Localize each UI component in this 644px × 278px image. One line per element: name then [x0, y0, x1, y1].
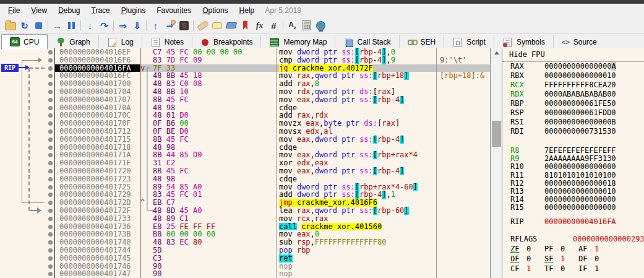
- trace-into-button[interactable]: ⇓: [130, 19, 144, 32]
- breakpoint-dot[interactable]: [48, 66, 53, 71]
- disasm-row[interactable]: 000000000040173BB8 00 00 00 00mov eax,0: [0, 230, 491, 238]
- menu-file[interactable]: File: [2, 5, 25, 16]
- tab-script[interactable]: Script: [444, 35, 494, 49]
- tab-source[interactable]: <>Source: [553, 35, 605, 49]
- breakpoint-dot[interactable]: [48, 98, 53, 102]
- flag-if[interactable]: IF1: [578, 264, 612, 274]
- register-row-r10[interactable]: R100000000000000000: [502, 163, 644, 171]
- flag-of[interactable]: OF0: [510, 254, 544, 264]
- menu-plugins[interactable]: Plugins: [116, 5, 151, 16]
- disasm-row[interactable]: 000000000040172F └→48 8D 45 A0lea rax,qw…: [0, 207, 491, 215]
- disasm-row[interactable]: 0000000000401712 │0F BE D0movsx edx,al: [0, 128, 491, 136]
- step-into-button[interactable]: ↓: [83, 19, 97, 32]
- tab-call-stack[interactable]: Call Stack: [335, 35, 398, 49]
- register-row-rip[interactable]: RIP00000000004016FA: [502, 217, 644, 227]
- disasm-row[interactable]: 00000000004016EFC7 45 FC 00 00 00 00mov …: [0, 48, 491, 56]
- breakpoint-dot[interactable]: [48, 264, 53, 269]
- disasm-row[interactable]: 0000000000401720 │8B 45 FCmov eax,dword …: [0, 167, 491, 175]
- disasm-row[interactable]: 0000000000401729 │83 45 FC 01add dword p…: [0, 191, 491, 199]
- flag-df[interactable]: DF0: [578, 254, 612, 264]
- register-row-rflags[interactable]: RFLAGS0000000000000293: [502, 235, 644, 244]
- functions-button[interactable]: fx: [252, 19, 267, 32]
- disasm-row[interactable]: 0000000000401715 │8B 45 FCmov eax,dword …: [0, 136, 491, 144]
- disasm-row[interactable]: 0000000000401736E8 25 FE FF FFcall crack…: [0, 223, 491, 231]
- flag-pf[interactable]: PF0: [544, 244, 578, 254]
- comments-button[interactable]: [210, 19, 224, 32]
- breakpoint-dot[interactable]: [48, 240, 53, 245]
- flag-cf[interactable]: CF1: [510, 264, 544, 274]
- disasm-row[interactable]: 000000000040172D^│EB C7jmp crackme_xor.4…: [0, 199, 491, 207]
- open-file-button[interactable]: [3, 19, 17, 32]
- disasm-row[interactable]: 000000000040174790nop: [0, 270, 491, 278]
- disasm-row[interactable]: 000000000040171E │31 C2xor edx,eax: [0, 159, 491, 167]
- s-log-button[interactable]: S: [177, 19, 191, 32]
- disasm-row[interactable]: 000000000040170C │48 01 D0add rax,rdx: [0, 111, 491, 119]
- breakpoint-dot[interactable]: [48, 121, 53, 126]
- register-row-rcx[interactable]: RCXFFFFFFFFFF8CEA20: [502, 80, 644, 90]
- breakpoint-dot[interactable]: [48, 106, 53, 110]
- disasm-row[interactable]: 000000000040174690nop: [0, 263, 491, 271]
- breakpoint-dot[interactable]: [48, 169, 53, 173]
- bookmarks-button[interactable]: [238, 19, 252, 32]
- disasm-row[interactable]: 000000000040171A │8B 44 85 D0mov eax,dwo…: [0, 151, 491, 159]
- disasm-row[interactable]: 0000000000401704 │48 8B 10mov rdx,qword …: [0, 88, 491, 96]
- run-to-user-code-button[interactable]: ⇒: [163, 19, 177, 32]
- register-row-rsp[interactable]: RSP000000000061FDD0: [502, 108, 644, 118]
- disasm-row[interactable]: 000000000040170F │0F B6 00movzx eax,byte…: [0, 119, 491, 128]
- breakpoint-dot[interactable]: [48, 82, 53, 86]
- breakpoint-dot[interactable]: [48, 161, 53, 165]
- menu-help[interactable]: Help: [234, 5, 260, 16]
- breakpoint-dot[interactable]: [48, 201, 53, 205]
- calculator-button[interactable]: [299, 19, 314, 32]
- breakpoint-dot[interactable]: [48, 177, 53, 181]
- tab-graph[interactable]: Graph: [48, 35, 98, 49]
- breakpoint-dot[interactable]: [48, 74, 53, 78]
- disasm-row[interactable]: 00000000004016FC │48 8B 45 18mov rax,qwo…: [0, 72, 491, 80]
- scrollbar-up-button[interactable]: [491, 48, 502, 58]
- hide-fpu-button[interactable]: Hide FPU: [502, 48, 644, 62]
- disasm-row[interactable]: 00000000004016FAv┌7F 33jg crackme_xor.40…: [0, 64, 491, 72]
- disasm-row[interactable]: 0000000000401723 │48 98cdqe: [0, 175, 491, 183]
- register-row-rax[interactable]: RAX000000000000000A: [502, 62, 644, 71]
- disasm-row[interactable]: 000000000040174048 83 EC 80sub rsp,FFFFF…: [0, 238, 491, 246]
- breakpoint-dot[interactable]: [48, 58, 53, 63]
- font-settings-button[interactable]: Az: [285, 19, 299, 32]
- stop-button[interactable]: [32, 19, 46, 32]
- breakpoint-dot[interactable]: [48, 137, 53, 142]
- flag-af[interactable]: AF1: [578, 244, 612, 254]
- disasm-row[interactable]: 000000000040170A │48 98cdqe: [0, 104, 491, 112]
- register-row-r11[interactable]: R118101010101010100: [502, 172, 644, 180]
- scrollbar-thumb[interactable]: [492, 121, 501, 147]
- disasm-row[interactable]: 0000000000401745C3ret: [0, 254, 491, 263]
- flag-sf[interactable]: SF1: [544, 254, 578, 264]
- flag-zf[interactable]: ZF0: [510, 244, 544, 254]
- pause-button[interactable]: [64, 19, 79, 32]
- breakpoint-dot[interactable]: [48, 256, 53, 261]
- tab-seh[interactable]: SEH: [399, 35, 444, 49]
- breakpoint-dot[interactable]: [48, 113, 53, 118]
- breakpoint-dot[interactable]: [48, 217, 53, 221]
- tab-symbols[interactable]: Symbols: [494, 35, 553, 49]
- tab-memory-map[interactable]: Memory Map: [260, 35, 335, 49]
- patches-button[interactable]: [195, 19, 210, 32]
- tab-notes[interactable]: Notes: [142, 35, 192, 49]
- register-row-rbp[interactable]: RBP000000000061FE50: [502, 99, 644, 108]
- disasm-row[interactable]: 00000000004016F683 7D FC 09cmp dword ptr…: [0, 56, 491, 64]
- flag-tf[interactable]: TF0: [544, 264, 578, 274]
- breakpoint-dot[interactable]: [48, 272, 53, 276]
- execute-till-return-button[interactable]: ↑: [148, 19, 163, 32]
- breakpoint-dot[interactable]: [48, 185, 53, 189]
- breakpoint-dot[interactable]: [48, 209, 53, 213]
- menu-options[interactable]: Options: [197, 5, 233, 16]
- menu-favourites[interactable]: Favourites: [151, 5, 197, 16]
- breakpoint-dot[interactable]: [48, 225, 53, 229]
- breakpoint-dot[interactable]: [48, 90, 53, 94]
- register-row-rsi[interactable]: RSI000000000000000B: [502, 118, 644, 127]
- run-button[interactable]: →: [50, 19, 64, 32]
- disasm-scrollbar[interactable]: [491, 48, 502, 278]
- menu-debug[interactable]: Debug: [53, 5, 85, 16]
- tab-cpu[interactable]: 64CPU: [1, 34, 48, 50]
- breakpoint-dot[interactable]: [48, 248, 53, 253]
- register-row-rbx[interactable]: RBX0000000000000010: [502, 71, 644, 80]
- hash-button[interactable]: #: [267, 19, 281, 32]
